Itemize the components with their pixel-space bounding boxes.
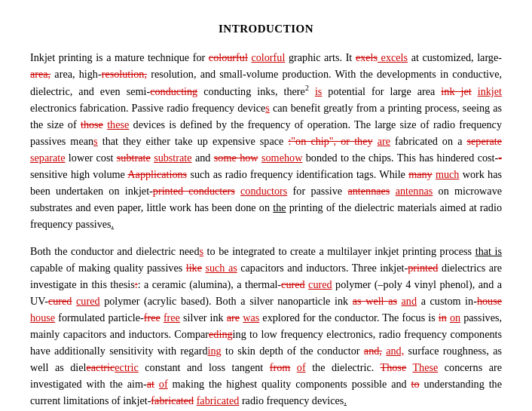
ins-of: of xyxy=(159,378,168,390)
del-antennaes: antennaes xyxy=(347,185,390,197)
ins-excels: excels xyxy=(378,51,408,63)
del-seperate: seperate xyxy=(467,135,502,147)
page-container: INTRODUCTION Inkjet printing is a mature… xyxy=(30,23,502,411)
ins-s1: s xyxy=(265,102,270,114)
del-area1: area, xyxy=(30,68,50,80)
del-fabricated: fabricated xyxy=(151,394,194,406)
ins-house: house xyxy=(30,311,55,324)
del-and-comma: and, xyxy=(364,345,382,357)
ins-somehow: somehow xyxy=(261,152,302,164)
ins-is: is xyxy=(315,85,322,97)
ins-inkjet: inkjet xyxy=(478,85,502,97)
del-to: to xyxy=(411,378,420,390)
del-cured1: cured xyxy=(281,278,305,290)
page-title: INTRODUCTION xyxy=(30,23,502,35)
ins-much: much xyxy=(436,168,460,180)
ins-these: these xyxy=(107,118,129,130)
del-dash1: - xyxy=(498,152,502,164)
ins-ectric: ectric xyxy=(115,361,139,373)
del-as-well-as: as well as xyxy=(353,295,397,307)
ins-are: are xyxy=(378,135,390,147)
ins-and: and xyxy=(402,295,417,307)
del-some-how: some how xyxy=(214,152,258,164)
ins-suchas: such as xyxy=(205,262,237,274)
ul-period1: . xyxy=(112,218,115,230)
ins-cured1: cured xyxy=(308,278,332,290)
ins-was: was xyxy=(243,311,259,324)
del-cured2: cured xyxy=(48,295,72,307)
ins-fabricated: fabricated xyxy=(197,394,240,406)
ins-conductors: conductors xyxy=(240,185,287,197)
del-many: many xyxy=(408,168,433,180)
ins-These: These xyxy=(412,361,438,373)
ins-separate: separate xyxy=(30,152,65,164)
del-resolution: resolution, xyxy=(102,68,147,80)
ins-on: on xyxy=(450,311,460,324)
del-from: from xyxy=(270,361,291,373)
ul-period2: . xyxy=(344,394,347,406)
ins-free: free xyxy=(164,311,180,324)
del-ink-jet: ink jet xyxy=(441,85,471,97)
del-on-chip: :"on chip", or they xyxy=(288,135,372,147)
ul-the: the xyxy=(273,201,286,213)
del-subtrate: subtrate xyxy=(117,152,151,164)
del-free: free xyxy=(144,311,161,324)
del-colourful: colourful xyxy=(209,51,248,63)
del-printed: printed xyxy=(408,262,438,274)
del-are: are xyxy=(227,311,240,324)
del-aapplications: Aapplications xyxy=(127,168,187,180)
ins-of: of xyxy=(297,361,306,373)
ins-antennas: antennas xyxy=(396,185,433,197)
ins-s3: s xyxy=(200,245,204,257)
ins-cured2: cured xyxy=(76,295,100,307)
ul-thatis: that is xyxy=(475,245,502,257)
del-conducting: conducting xyxy=(150,85,197,97)
paragraph-1: Inkjet printing is a mature technique fo… xyxy=(30,49,502,232)
ins-substrate: substrate xyxy=(154,152,191,164)
del-eactric: eactric xyxy=(86,361,115,373)
del-eding: eding xyxy=(209,328,233,340)
ins-s2: s xyxy=(93,135,98,147)
del-those: those xyxy=(81,118,103,130)
del-like: like xyxy=(186,262,202,274)
del-semi: : xyxy=(135,278,138,290)
ins-and-semi: and, xyxy=(386,345,404,357)
paragraph-2: Both the conductor and dielectric needs … xyxy=(30,243,502,409)
ins-colorful: colorful xyxy=(251,51,285,63)
ins-ing: ing xyxy=(208,345,222,357)
del-in: in xyxy=(439,311,447,324)
del-exels: exels xyxy=(356,51,378,63)
del-at: at xyxy=(147,378,154,390)
del-house: house xyxy=(477,295,502,307)
del-conducters: printed conducters xyxy=(153,185,235,197)
del-Those: Those xyxy=(381,361,407,373)
